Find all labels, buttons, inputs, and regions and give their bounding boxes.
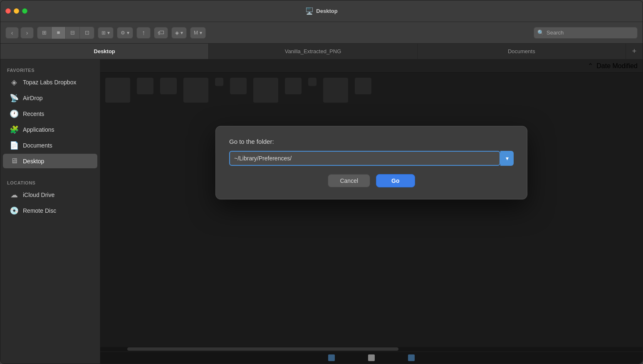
toolbar: ‹ › ⊞ ≡ ⊟ ⊡ ⊞ ▾ ⚙ ▾ ↑ 🏷 ◈ ▾ M ▾: [0, 22, 643, 44]
locations-section-title: Locations: [0, 177, 100, 187]
remote-disc-icon: 💿: [10, 206, 19, 215]
view-list-button[interactable]: ≡: [52, 27, 66, 39]
main-content: Favorites ◈ Topaz Labs Dropbox 📡 AirDrop…: [0, 59, 643, 364]
folder-path-input[interactable]: [229, 151, 500, 166]
window-title-icon: 🖥️: [305, 7, 314, 15]
documents-icon: 📄: [10, 141, 19, 150]
mail-button[interactable]: M ▾: [190, 27, 206, 39]
window-title: 🖥️ Desktop: [305, 7, 337, 15]
group-chevron-icon: ▾: [107, 30, 110, 36]
add-tab-button[interactable]: +: [626, 44, 643, 59]
tab-bar: Desktop Vanilla_Extracted_PNG Documents …: [0, 44, 643, 59]
cancel-button[interactable]: Cancel: [328, 174, 370, 187]
path-dropdown-button[interactable]: ▾: [500, 151, 514, 166]
search-bar[interactable]: 🔍 Search: [534, 27, 638, 39]
mail-chevron-icon: ▾: [200, 30, 202, 36]
tab-vanilla[interactable]: Vanilla_Extracted_PNG: [209, 44, 417, 59]
tab-desktop[interactable]: Desktop: [0, 44, 209, 59]
actions-chevron-icon: ▾: [127, 30, 129, 36]
actions-icon: ⚙: [121, 30, 125, 36]
tag-button[interactable]: 🏷: [154, 27, 168, 39]
back-button[interactable]: ‹: [5, 27, 19, 39]
modal-title: Go to the folder:: [229, 138, 514, 145]
search-icon: 🔍: [537, 30, 544, 36]
sidebar-item-label: iCloud Drive: [23, 192, 54, 198]
sidebar-item-label: Documents: [23, 142, 52, 149]
close-button[interactable]: [5, 8, 11, 14]
dropbox-chevron-icon: ▾: [181, 30, 183, 36]
icloud-icon: ☁: [10, 190, 19, 199]
sidebar-item-remote[interactable]: 💿 Remote Disc: [3, 203, 97, 218]
sidebar: Favorites ◈ Topaz Labs Dropbox 📡 AirDrop…: [0, 59, 100, 364]
content-pane: ⌃ Date Modified: [100, 59, 643, 364]
group-icon: ⊞: [101, 30, 106, 36]
view-columns-button[interactable]: ⊟: [66, 27, 80, 39]
forward-button[interactable]: ›: [20, 27, 34, 39]
sidebar-item-label: Remote Disc: [23, 207, 56, 214]
goto-folder-dialog: Go to the folder: ▾ Cancel Go: [215, 126, 527, 199]
sidebar-item-icloud[interactable]: ☁ iCloud Drive: [3, 187, 97, 202]
minimize-button[interactable]: [14, 8, 19, 14]
dropdown-chevron-icon: ▾: [506, 155, 509, 162]
modal-buttons: Cancel Go: [229, 174, 514, 187]
go-button[interactable]: Go: [376, 174, 415, 187]
nav-buttons: ‹ ›: [5, 27, 34, 39]
sidebar-item-label: AirDrop: [23, 95, 42, 101]
sidebar-item-label: Recents: [23, 111, 44, 117]
actions-button[interactable]: ⚙ ▾: [117, 27, 133, 39]
favorites-section-title: Favorites: [0, 64, 100, 74]
view-mode-buttons: ⊞ ≡ ⊟ ⊡: [37, 27, 94, 39]
sidebar-item-applications[interactable]: 🧩 Applications: [3, 122, 97, 137]
mail-icon: M: [194, 30, 198, 36]
modal-overlay: Go to the folder: ▾ Cancel Go: [100, 59, 643, 364]
desktop-icon: 🖥: [10, 157, 19, 165]
sidebar-item-recents[interactable]: 🕐 Recents: [3, 106, 97, 121]
view-gallery-button[interactable]: ⊡: [80, 27, 94, 39]
sidebar-item-desktop[interactable]: 🖥 Desktop: [3, 154, 97, 168]
airdrop-icon: 📡: [10, 93, 19, 103]
view-icons-button[interactable]: ⊞: [37, 27, 52, 39]
sidebar-item-dropbox[interactable]: ◈ Topaz Labs Dropbox: [3, 75, 97, 90]
finder-window: 🖥️ Desktop ‹ › ⊞ ≡ ⊟ ⊡ ⊞ ▾ ⚙ ▾ ↑ �: [0, 0, 643, 364]
sidebar-item-label: Applications: [23, 126, 54, 133]
recents-icon: 🕐: [10, 109, 19, 118]
traffic-lights: [5, 8, 27, 14]
tab-documents[interactable]: Documents: [418, 44, 626, 59]
dropbox-button[interactable]: ◈ ▾: [171, 27, 187, 39]
titlebar: 🖥️ Desktop: [0, 0, 643, 22]
dropbox-sidebar-icon: ◈: [10, 78, 19, 87]
applications-icon: 🧩: [10, 125, 19, 134]
search-placeholder: Search: [547, 30, 564, 36]
window-title-text: Desktop: [316, 8, 337, 14]
modal-input-row: ▾: [229, 151, 514, 166]
sidebar-item-airdrop[interactable]: 📡 AirDrop: [3, 91, 97, 106]
sidebar-item-label: Topaz Labs Dropbox: [23, 79, 76, 86]
group-by-button[interactable]: ⊞ ▾: [98, 27, 114, 39]
sidebar-item-documents[interactable]: 📄 Documents: [3, 138, 97, 153]
maximize-button[interactable]: [22, 8, 27, 14]
share-button[interactable]: ↑: [136, 27, 151, 39]
dropbox-icon: ◈: [175, 30, 179, 36]
sidebar-item-label: Desktop: [23, 158, 44, 165]
